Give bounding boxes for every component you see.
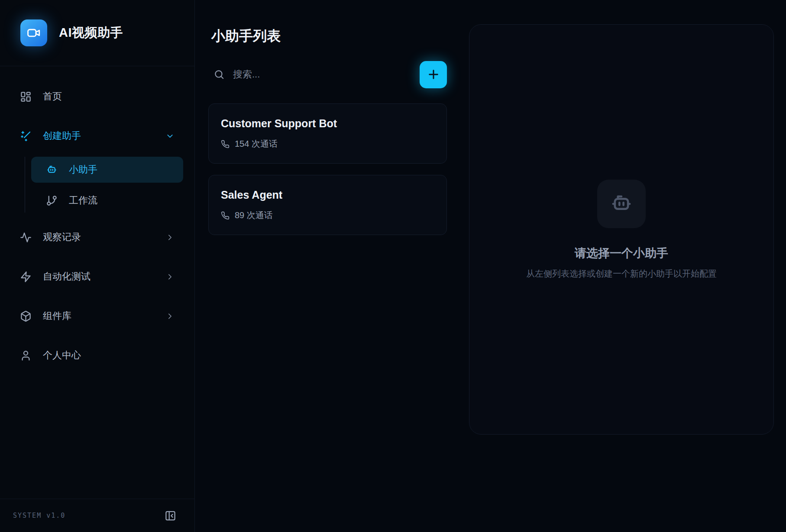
assistant-name: Sales Agent xyxy=(221,189,434,201)
plus-icon xyxy=(427,68,440,81)
phone-icon xyxy=(221,211,230,220)
assistant-name: Customer Support Bot xyxy=(221,117,434,130)
zap-icon xyxy=(20,271,32,283)
assistant-cards: Customer Support Bot 154 次通话 Sales Agent… xyxy=(208,103,447,235)
empty-state-subtitle: 从左侧列表选择或创建一个新的小助手以开始配置 xyxy=(526,268,717,280)
sidebar-item-label: 小助手 xyxy=(69,163,175,176)
sidebar-item-label: 组件库 xyxy=(43,310,154,322)
sidebar-item-observe-logs[interactable]: 观察记录 xyxy=(11,225,183,249)
phone-icon xyxy=(221,140,230,148)
box-icon xyxy=(20,310,32,322)
page-title: 小助手列表 xyxy=(211,27,447,46)
assistant-meta: 89 次通话 xyxy=(221,210,434,221)
sidebar-footer: SYSTEM v1.0 xyxy=(0,499,194,532)
assistant-list-panel: 小助手列表 Customer Support Bot 154 次通话 xyxy=(208,24,447,532)
app-title: AI视频助手 xyxy=(59,24,123,42)
sidebar-item-assistant[interactable]: 小助手 xyxy=(31,157,183,183)
search-icon xyxy=(213,69,225,80)
assistant-meta: 154 次通话 xyxy=(221,138,434,150)
layout-dashboard-icon xyxy=(20,91,32,103)
sidebar-item-label: 工作流 xyxy=(69,194,175,207)
user-icon xyxy=(20,350,32,361)
search-bar xyxy=(208,61,447,88)
system-version: SYSTEM v1.0 xyxy=(13,512,65,519)
assistant-card[interactable]: Sales Agent 89 次通话 xyxy=(208,175,447,235)
search-input[interactable] xyxy=(232,68,412,81)
sidebar-item-profile[interactable]: 个人中心 xyxy=(11,343,183,368)
wand-sparkles-icon xyxy=(20,130,32,142)
add-assistant-button[interactable] xyxy=(420,61,447,88)
panel-left-close-icon xyxy=(165,510,176,522)
sidebar-nav: 首页 创建助手 小助手 xyxy=(0,66,194,499)
create-assistant-submenu: 小助手 工作流 xyxy=(25,157,183,213)
detail-panel: 请选择一个小助手 从左侧列表选择或创建一个新的小助手以开始配置 xyxy=(469,24,774,435)
sidebar-item-home[interactable]: 首页 xyxy=(11,84,183,109)
sidebar-item-workflow[interactable]: 工作流 xyxy=(31,188,183,213)
sidebar-item-label: 自动化测试 xyxy=(43,270,154,283)
chevron-right-icon xyxy=(165,272,175,281)
sidebar-item-automation-test[interactable]: 自动化测试 xyxy=(11,264,183,289)
empty-state-icon-box xyxy=(597,180,646,228)
activity-icon xyxy=(20,232,32,243)
app-header: AI视频助手 xyxy=(0,0,194,66)
main-content: 小助手列表 Customer Support Bot 154 次通话 xyxy=(195,0,786,532)
empty-state-title: 请选择一个小助手 xyxy=(526,245,717,261)
chevron-right-icon xyxy=(165,233,175,242)
sidebar: AI视频助手 首页 创建助手 xyxy=(0,0,195,532)
bot-icon xyxy=(609,192,634,216)
assistant-card[interactable]: Customer Support Bot 154 次通话 xyxy=(208,103,447,164)
call-count: 89 次通话 xyxy=(235,210,273,221)
git-branch-icon xyxy=(46,195,58,206)
app-logo xyxy=(20,19,47,46)
sidebar-item-label: 观察记录 xyxy=(43,231,154,244)
sidebar-item-create-assistant[interactable]: 创建助手 xyxy=(11,124,183,148)
sidebar-item-component-library[interactable]: 组件库 xyxy=(11,304,183,328)
chevron-down-icon xyxy=(165,132,175,141)
empty-state: 请选择一个小助手 从左侧列表选择或创建一个新的小助手以开始配置 xyxy=(526,180,717,280)
call-count: 154 次通话 xyxy=(235,138,278,150)
chevron-right-icon xyxy=(165,312,175,321)
sidebar-item-label: 个人中心 xyxy=(43,349,175,362)
video-camera-icon xyxy=(26,26,41,40)
bot-icon xyxy=(46,164,58,176)
collapse-sidebar-button[interactable] xyxy=(165,510,176,522)
sidebar-item-label: 创建助手 xyxy=(43,129,154,142)
sidebar-item-label: 首页 xyxy=(43,90,175,103)
